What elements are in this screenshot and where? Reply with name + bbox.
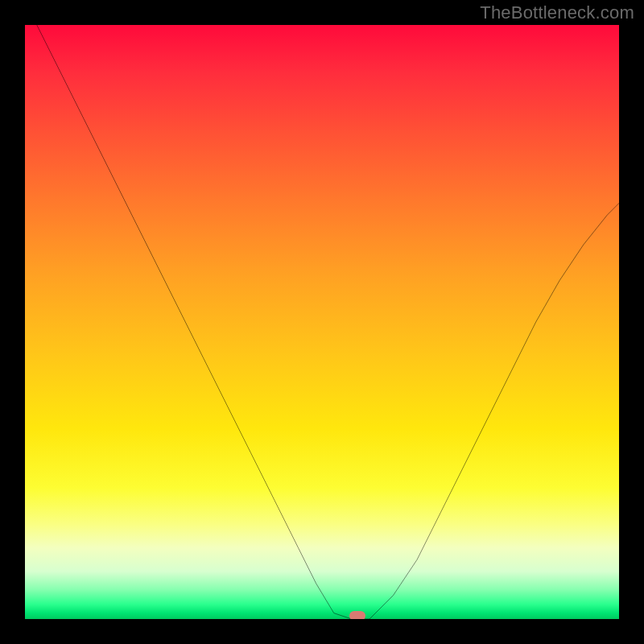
optimal-point-marker <box>349 611 365 619</box>
chart-container: TheBottleneck.com <box>0 0 644 644</box>
plot-area <box>25 25 619 619</box>
attribution-text: TheBottleneck.com <box>480 2 634 23</box>
bottleneck-curve <box>25 25 619 619</box>
